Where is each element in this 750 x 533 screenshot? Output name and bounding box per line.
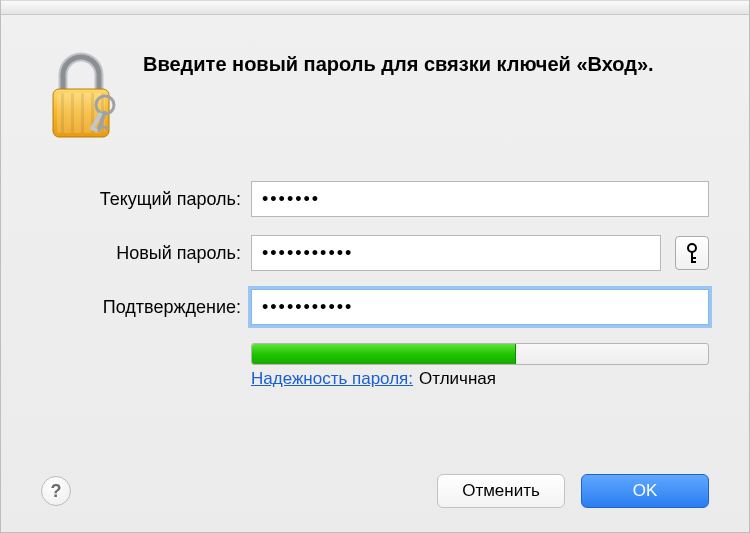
svg-rect-3 xyxy=(71,93,74,133)
keychain-password-dialog: Введите новый пароль для связки ключей «… xyxy=(0,0,750,533)
lock-icon xyxy=(41,49,121,145)
svg-rect-13 xyxy=(691,251,693,262)
button-row: Отменить OK xyxy=(437,474,709,508)
password-form: Текущий пароль: Новый пароль: Подтвержде… xyxy=(41,181,709,389)
current-password-input[interactable] xyxy=(251,181,709,217)
new-password-label: Новый пароль: xyxy=(41,243,241,264)
svg-rect-14 xyxy=(691,257,696,259)
password-strength-link[interactable]: Надежность пароля: xyxy=(251,369,413,389)
help-button[interactable]: ? xyxy=(41,476,71,506)
confirm-password-label: Подтверждение: xyxy=(41,297,241,318)
password-strength-line: Надежность пароля: Отличная xyxy=(251,365,709,389)
ok-button[interactable]: OK xyxy=(581,474,709,508)
svg-rect-15 xyxy=(691,261,696,263)
current-password-label: Текущий пароль: xyxy=(41,189,241,210)
new-password-input[interactable] xyxy=(251,235,661,271)
password-strength-meter xyxy=(251,343,709,365)
svg-point-12 xyxy=(688,244,696,252)
key-icon xyxy=(684,243,700,263)
svg-rect-2 xyxy=(61,93,64,133)
dialog-footer: ? Отменить OK xyxy=(1,474,749,508)
cancel-button[interactable]: Отменить xyxy=(437,474,565,508)
password-strength-value: Отличная xyxy=(419,369,496,389)
titlebar xyxy=(1,1,749,15)
dialog-heading: Введите новый пароль для связки ключей «… xyxy=(143,49,654,78)
strength-block: Надежность пароля: Отличная xyxy=(251,343,709,389)
hero-row: Введите новый пароль для связки ключей «… xyxy=(41,49,709,145)
confirm-password-input[interactable] xyxy=(251,289,709,325)
dialog-content: Введите новый пароль для связки ключей «… xyxy=(1,15,749,409)
password-assistant-button[interactable] xyxy=(675,236,709,270)
svg-rect-4 xyxy=(81,93,84,133)
